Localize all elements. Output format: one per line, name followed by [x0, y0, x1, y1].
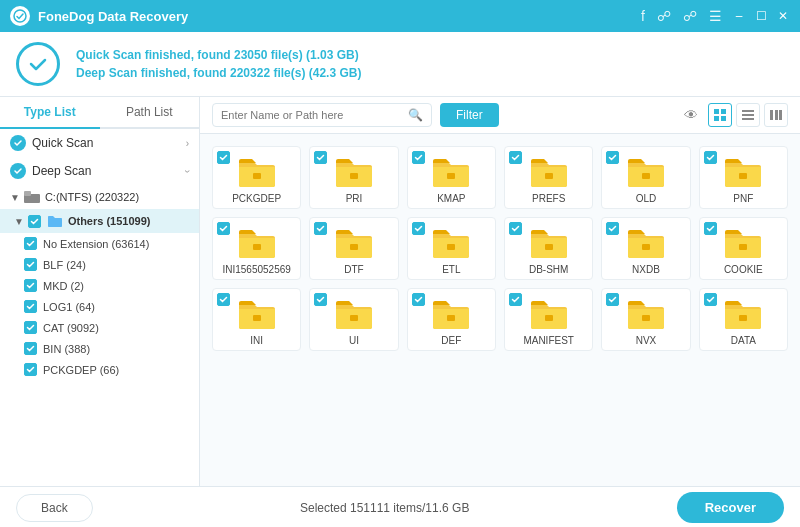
- svg-rect-15: [447, 173, 455, 179]
- sub-item-checkbox[interactable]: [24, 237, 37, 250]
- quick-scan-label: Quick Scan: [32, 136, 93, 150]
- sidebar-sub-item[interactable]: LOG1 (64): [0, 296, 199, 317]
- file-item[interactable]: INI1565052569: [212, 217, 301, 280]
- sub-item-checkbox[interactable]: [24, 300, 37, 313]
- sub-item-checkbox[interactable]: [24, 342, 37, 355]
- grid-view-button[interactable]: [708, 103, 732, 127]
- filter-button[interactable]: Filter: [440, 103, 499, 127]
- file-checkbox[interactable]: [412, 293, 425, 306]
- file-item[interactable]: MANIFEST: [504, 288, 593, 351]
- bookmark-icon[interactable]: ☍: [683, 8, 697, 24]
- file-checkbox[interactable]: [509, 293, 522, 306]
- file-name-label: MANIFEST: [523, 335, 574, 346]
- file-checkbox[interactable]: [606, 293, 619, 306]
- file-item[interactable]: ETL: [407, 217, 496, 280]
- file-item[interactable]: KMAP: [407, 146, 496, 209]
- sub-item-label: MKD (2): [43, 280, 84, 292]
- sidebar-sub-item[interactable]: MKD (2): [0, 275, 199, 296]
- file-item[interactable]: PCKGDEP: [212, 146, 301, 209]
- list-view-button[interactable]: [736, 103, 760, 127]
- file-item[interactable]: PREFS: [504, 146, 593, 209]
- file-item[interactable]: DATA: [699, 288, 788, 351]
- svg-rect-5: [714, 116, 719, 121]
- sub-item-checkbox[interactable]: [24, 321, 37, 334]
- file-checkbox[interactable]: [704, 293, 717, 306]
- drive-icon: [24, 191, 40, 203]
- file-checkbox[interactable]: [606, 222, 619, 235]
- sidebar-item-deep-scan[interactable]: Deep Scan ›: [0, 157, 199, 185]
- svg-rect-2: [24, 191, 31, 196]
- search-box[interactable]: 🔍: [212, 103, 432, 127]
- sidebar-sub-item[interactable]: BIN (388): [0, 338, 199, 359]
- file-checkbox[interactable]: [314, 222, 327, 235]
- scan-complete-icon: [16, 42, 60, 86]
- sub-item-checkbox[interactable]: [24, 363, 37, 376]
- file-checkbox[interactable]: [509, 151, 522, 164]
- file-item[interactable]: PRI: [309, 146, 398, 209]
- file-checkbox[interactable]: [217, 293, 230, 306]
- sidebar-sub-item[interactable]: CAT (9092): [0, 317, 199, 338]
- file-folder-icon: [334, 297, 374, 331]
- file-checkbox[interactable]: [704, 222, 717, 235]
- file-item[interactable]: DTF: [309, 217, 398, 280]
- tab-path-list[interactable]: Path List: [100, 97, 200, 129]
- tab-type-list[interactable]: Type List: [0, 97, 100, 129]
- file-checkbox[interactable]: [606, 151, 619, 164]
- title-bar-actions: f ☍ ☍ ☰: [641, 8, 722, 24]
- close-button[interactable]: ✕: [776, 9, 790, 23]
- sidebar-sub-item[interactable]: No Extension (63614): [0, 233, 199, 254]
- file-name-label: PCKGDEP: [232, 193, 281, 204]
- toolbar: 🔍 Filter 👁: [200, 97, 800, 134]
- eye-icon[interactable]: 👁: [684, 107, 698, 123]
- file-checkbox[interactable]: [217, 151, 230, 164]
- file-name-label: NVX: [636, 335, 657, 346]
- file-item[interactable]: UI: [309, 288, 398, 351]
- sub-item-checkbox[interactable]: [24, 258, 37, 271]
- svg-rect-8: [742, 114, 754, 116]
- sidebar-sub-items: No Extension (63614) BLF (24) MKD (2) LO…: [0, 233, 199, 380]
- sub-item-checkbox[interactable]: [24, 279, 37, 292]
- file-item[interactable]: INI: [212, 288, 301, 351]
- sidebar-item-others[interactable]: ▼ Others (151099): [0, 209, 199, 233]
- svg-rect-25: [253, 315, 261, 321]
- file-checkbox[interactable]: [412, 151, 425, 164]
- file-item[interactable]: NXDB: [601, 217, 690, 280]
- others-checkbox[interactable]: [28, 215, 41, 228]
- menu-icon[interactable]: ☰: [709, 8, 722, 24]
- file-checkbox[interactable]: [704, 151, 717, 164]
- svg-rect-30: [739, 315, 747, 321]
- file-item[interactable]: PNF: [699, 146, 788, 209]
- facebook-icon[interactable]: f: [641, 8, 645, 24]
- recover-button[interactable]: Recover: [677, 492, 784, 523]
- file-checkbox[interactable]: [509, 222, 522, 235]
- svg-rect-29: [642, 315, 650, 321]
- file-checkbox[interactable]: [412, 222, 425, 235]
- svg-rect-7: [742, 110, 754, 112]
- title-bar: FoneDog Data Recovery f ☍ ☍ ☰ – ☐ ✕: [0, 0, 800, 32]
- sidebar-item-drive[interactable]: ▼ C:(NTFS) (220322): [0, 185, 199, 209]
- file-item[interactable]: OLD: [601, 146, 690, 209]
- file-checkbox[interactable]: [314, 151, 327, 164]
- maximize-button[interactable]: ☐: [754, 9, 768, 23]
- detail-view-button[interactable]: [764, 103, 788, 127]
- file-name-label: NXDB: [632, 264, 660, 275]
- quick-scan-check: [10, 135, 26, 151]
- file-item[interactable]: COOKIE: [699, 217, 788, 280]
- file-item[interactable]: DEF: [407, 288, 496, 351]
- chat-icon[interactable]: ☍: [657, 8, 671, 24]
- file-name-label: COOKIE: [724, 264, 763, 275]
- minimize-button[interactable]: –: [732, 9, 746, 23]
- file-name-label: DATA: [731, 335, 756, 346]
- file-folder-icon: [723, 297, 763, 331]
- sidebar-item-quick-scan[interactable]: Quick Scan ›: [0, 129, 199, 157]
- sidebar-sub-item[interactable]: BLF (24): [0, 254, 199, 275]
- file-checkbox[interactable]: [217, 222, 230, 235]
- file-item[interactable]: DB-SHM: [504, 217, 593, 280]
- file-item[interactable]: NVX: [601, 288, 690, 351]
- back-button[interactable]: Back: [16, 494, 93, 522]
- search-input[interactable]: [221, 109, 404, 121]
- svg-rect-22: [545, 244, 553, 250]
- file-checkbox[interactable]: [314, 293, 327, 306]
- sidebar-sub-item[interactable]: PCKGDEP (66): [0, 359, 199, 380]
- drive-expand-icon: ▼: [10, 192, 20, 203]
